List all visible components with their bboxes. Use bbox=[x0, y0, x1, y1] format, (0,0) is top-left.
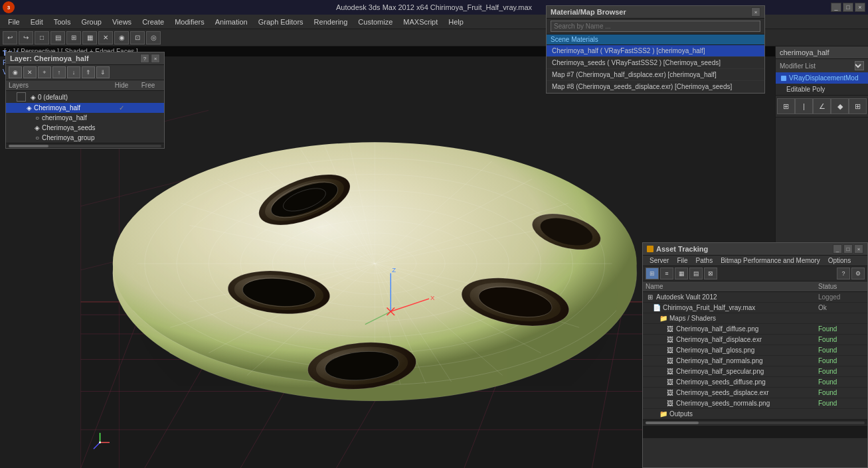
layer-panel-title: Layer: Cherimoya_half bbox=[10, 54, 89, 62]
at-row-maps-folder[interactable]: 📁 Maps / Shaders bbox=[643, 313, 867, 324]
material-row-3[interactable]: Map #8 (Cherimoya_seeds_displace.exr) [C… bbox=[547, 81, 764, 93]
menu-modifiers[interactable]: Modifiers bbox=[169, 17, 210, 27]
toolbar-btn-6[interactable]: ▦ bbox=[82, 31, 97, 44]
menu-file[interactable]: File bbox=[3, 17, 25, 27]
at-help-btn[interactable]: ? bbox=[837, 268, 850, 279]
menu-graph-editors[interactable]: Graph Editors bbox=[253, 17, 309, 27]
layer-panel-close[interactable]: × bbox=[151, 54, 160, 63]
layer-tb-5[interactable]: ↓ bbox=[67, 66, 80, 78]
toolbar-btn-4[interactable]: ▤ bbox=[50, 31, 65, 44]
layer-row-cherimoya-half-obj[interactable]: ○ cherimoya_half bbox=[6, 113, 164, 123]
menu-rendering[interactable]: Rendering bbox=[309, 17, 353, 27]
layer-tb-4[interactable]: ↑ bbox=[52, 66, 66, 78]
modifier-icon-4[interactable]: ◆ bbox=[831, 98, 849, 114]
modifier-vray-displacement[interactable]: VRayDisplacementMod bbox=[776, 72, 868, 84]
modifier-editable-poly[interactable]: Editable Poly bbox=[776, 84, 868, 95]
modifier-list-dropdown[interactable] bbox=[855, 61, 864, 70]
at-name-diffuse: Cherimoya_half_diffuse.png bbox=[676, 325, 818, 333]
menu-edit[interactable]: Edit bbox=[25, 17, 48, 27]
at-tb-1[interactable]: ⊞ bbox=[646, 268, 659, 279]
at-menu-server[interactable]: Server bbox=[646, 256, 673, 266]
toolbar-btn-2[interactable]: ↪ bbox=[19, 31, 33, 44]
at-row-normals[interactable]: 🖼 Cherimoya_half_normals.png Found bbox=[643, 356, 867, 366]
at-icon-folder: 📁 bbox=[659, 315, 668, 322]
toolbar-btn-9[interactable]: ⊡ bbox=[130, 31, 145, 44]
close-button[interactable]: × bbox=[855, 3, 865, 12]
at-icon-diffuse: 🖼 bbox=[665, 325, 675, 333]
menu-views[interactable]: Views bbox=[107, 17, 137, 27]
at-row-seeds-displace[interactable]: 🖼 Cherimoya_seeds_displace.exr Found bbox=[643, 388, 867, 398]
at-menu-file[interactable]: File bbox=[673, 256, 691, 266]
toolbar-btn-5[interactable]: ⊞ bbox=[66, 31, 81, 44]
modifier-icon-2[interactable]: | bbox=[795, 98, 813, 114]
layer-tb-1[interactable]: ◉ bbox=[9, 66, 22, 78]
menu-create[interactable]: Create bbox=[137, 17, 169, 27]
layer-name-cherimoya-half: Cherimoya_half bbox=[34, 104, 108, 112]
layer-check-default[interactable] bbox=[17, 92, 26, 102]
at-name-seeds-normals: Cherimoya_seeds_normals.png bbox=[676, 400, 818, 407]
toolbar-btn-3[interactable]: □ bbox=[35, 31, 49, 44]
material-row-0[interactable]: Cherimoya_half ( VRayFastSSS2 ) [cherimo… bbox=[547, 45, 764, 57]
at-menu-options[interactable]: Options bbox=[824, 256, 855, 266]
at-tb-4[interactable]: ▤ bbox=[689, 268, 703, 279]
asset-status-bar bbox=[643, 425, 867, 438]
at-row-seeds-diffuse[interactable]: 🖼 Cherimoya_seeds_diffuse.png Found bbox=[643, 377, 867, 388]
layer-row-cherimoya-seeds[interactable]: ◈ Cherimoya_seeds bbox=[6, 123, 164, 133]
layer-col-freeze: Free bbox=[135, 82, 161, 89]
mat-close-btn[interactable]: × bbox=[751, 7, 760, 17]
at-row-vault[interactable]: ⊞ Autodesk Vault 2012 Logged bbox=[643, 292, 867, 303]
modifier-icon-3[interactable]: ∠ bbox=[813, 98, 831, 114]
layer-scroll-thumb bbox=[9, 145, 48, 147]
material-search-input[interactable] bbox=[551, 21, 760, 32]
layer-row-cherimoya-half[interactable]: ◈ Cherimoya_half ✓ bbox=[6, 103, 164, 113]
at-row-max-file[interactable]: 📄 Chirimoya_Fruit_Half_vray.max Ok bbox=[643, 303, 867, 313]
layer-tb-2[interactable]: ✕ bbox=[23, 66, 37, 78]
at-row-diffuse[interactable]: 🖼 Cherimoya_half_diffuse.png Found bbox=[643, 324, 867, 335]
at-status-vault: Logged bbox=[818, 293, 865, 301]
material-row-1[interactable]: Cherimoya_seeds ( VRayFastSSS2 ) [Cherim… bbox=[547, 57, 764, 69]
toolbar-btn-7[interactable]: ✕ bbox=[98, 31, 113, 44]
menu-animation[interactable]: Animation bbox=[210, 17, 253, 27]
at-row-seeds-normals[interactable]: 🖼 Cherimoya_seeds_normals.png Found bbox=[643, 398, 867, 409]
layer-panel-help[interactable]: ? bbox=[140, 54, 149, 63]
at-tb-3[interactable]: ▦ bbox=[675, 268, 688, 279]
at-row-displace[interactable]: 🖼 Cherimoya_half_displace.exr Found bbox=[643, 335, 867, 345]
at-menu-paths[interactable]: Paths bbox=[692, 256, 717, 266]
at-name-vault: Autodesk Vault 2012 bbox=[656, 293, 818, 301]
at-status-gloss: Found bbox=[818, 347, 865, 354]
at-minimize-btn[interactable]: _ bbox=[833, 244, 842, 254]
at-row-specular[interactable]: 🖼 Cherimoya_half_specular.png Found bbox=[643, 366, 867, 377]
maximize-button[interactable]: □ bbox=[843, 3, 853, 12]
menu-maxscript[interactable]: MAXScript bbox=[398, 17, 443, 27]
layer-tb-3[interactable]: + bbox=[38, 66, 51, 78]
menu-customize[interactable]: Customize bbox=[353, 17, 398, 27]
layer-row-default[interactable]: ◈ 0 (default) bbox=[6, 91, 164, 103]
at-tb-5[interactable]: ⊠ bbox=[704, 268, 717, 279]
material-row-2[interactable]: Map #7 (Cherimoya_half_displace.exr) [ch… bbox=[547, 69, 764, 81]
at-close-btn[interactable]: × bbox=[854, 244, 863, 254]
mat-controls: × bbox=[751, 7, 760, 17]
modifier-icon-5[interactable]: ⊞ bbox=[849, 98, 867, 114]
minimize-button[interactable]: _ bbox=[831, 3, 841, 12]
toolbar-btn-8[interactable]: ◉ bbox=[114, 31, 129, 44]
menu-help[interactable]: Help bbox=[443, 17, 469, 27]
at-maximize-btn[interactable]: □ bbox=[843, 244, 853, 254]
at-tb-2[interactable]: ≡ bbox=[660, 268, 673, 279]
layer-scrollbar[interactable] bbox=[6, 143, 164, 148]
at-status-diffuse: Found bbox=[818, 325, 865, 333]
layer-row-cherimoya-group[interactable]: ○ Cherimoya_group bbox=[6, 133, 164, 143]
modifier-icon-1[interactable]: ⊞ bbox=[777, 98, 795, 114]
menu-group[interactable]: Group bbox=[76, 17, 107, 27]
asset-scrollbar[interactable] bbox=[643, 420, 867, 425]
menu-tools[interactable]: Tools bbox=[48, 17, 76, 27]
at-status-max: Ok bbox=[818, 304, 865, 311]
layer-tb-6[interactable]: ⇑ bbox=[82, 66, 95, 78]
at-row-gloss[interactable]: 🖼 Cherimoya_half_gloss.png Found bbox=[643, 345, 867, 356]
toolbar-btn-1[interactable]: ↩ bbox=[3, 31, 17, 44]
at-status-seeds-displace: Found bbox=[818, 389, 865, 396]
toolbar-btn-10[interactable]: ◎ bbox=[146, 31, 161, 44]
at-settings-btn[interactable]: ⚙ bbox=[851, 268, 865, 279]
at-menu-bitmap[interactable]: Bitmap Performance and Memory bbox=[717, 256, 824, 266]
layer-tb-7[interactable]: ⇓ bbox=[96, 66, 110, 78]
at-row-outputs[interactable]: 📁 Outputs bbox=[643, 409, 867, 420]
